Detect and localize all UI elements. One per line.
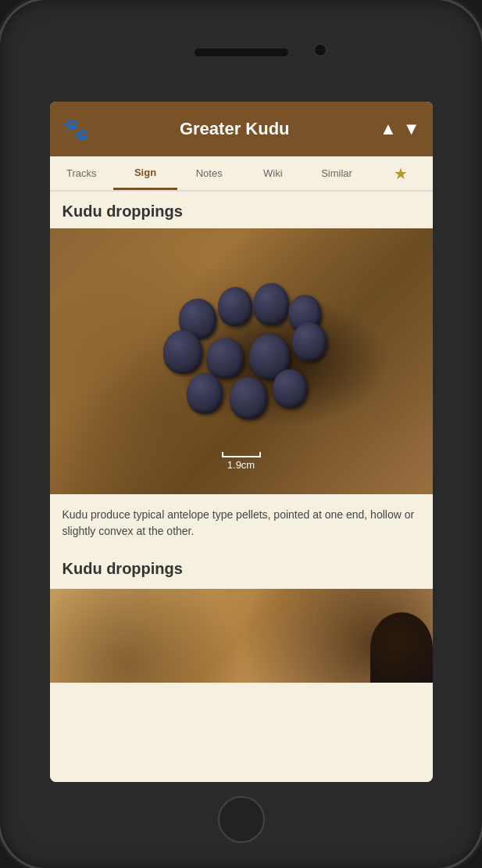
- paw-icon: 🐾: [62, 117, 90, 142]
- app-title: Greater Kudu: [90, 119, 380, 139]
- tab-tracks[interactable]: Tracks: [50, 156, 114, 190]
- navigation-arrows: ▲ ▼: [380, 119, 420, 139]
- section-title-2: Kudu droppings: [50, 552, 433, 589]
- tab-wiki[interactable]: Wiki: [241, 156, 305, 190]
- scale-bar: [222, 456, 261, 457]
- prev-arrow[interactable]: ▲: [380, 119, 397, 139]
- phone-frame: 🐾 Greater Kudu ▲ ▼ Tracks Sign Notes Wik…: [0, 0, 482, 868]
- pellet: [273, 369, 307, 408]
- next-arrow[interactable]: ▼: [403, 119, 420, 139]
- scale-line: [222, 456, 261, 457]
- pellet: [218, 287, 252, 326]
- pellet: [292, 322, 327, 361]
- scale-indicator: 1.9cm: [222, 456, 261, 471]
- dark-shape: [370, 612, 433, 683]
- phone-camera: [313, 43, 327, 57]
- scale-label: 1.9cm: [222, 459, 261, 471]
- phone-speaker: [195, 48, 288, 56]
- tab-similar[interactable]: Similar: [305, 156, 369, 190]
- tab-favorite[interactable]: ★: [369, 156, 433, 190]
- tab-notes[interactable]: Notes: [177, 156, 241, 190]
- phone-home-button[interactable]: [218, 796, 265, 843]
- pellet: [253, 283, 289, 325]
- droppings-image: 1.9cm: [50, 228, 433, 494]
- pellet: [163, 330, 202, 374]
- second-image: [50, 589, 433, 683]
- content-area: Kudu droppings: [50, 192, 433, 782]
- pellet: [187, 373, 223, 414]
- description-text: Kudu produce typical antelope type pelle…: [50, 494, 433, 552]
- star-icon: ★: [394, 164, 408, 183]
- app-header: 🐾 Greater Kudu ▲ ▼: [50, 102, 433, 156]
- pellet: [230, 377, 267, 419]
- pellet: [206, 338, 244, 378]
- tab-sign[interactable]: Sign: [113, 156, 177, 190]
- tab-bar: Tracks Sign Notes Wiki Similar ★: [50, 156, 433, 192]
- phone-screen: 🐾 Greater Kudu ▲ ▼ Tracks Sign Notes Wik…: [50, 102, 433, 782]
- section-title-1: Kudu droppings: [50, 192, 433, 228]
- image-background: 1.9cm: [50, 228, 433, 494]
